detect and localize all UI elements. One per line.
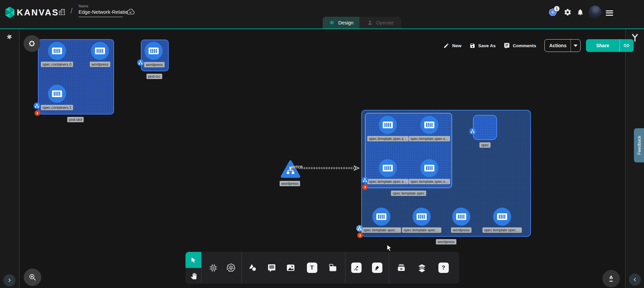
container-icon: [424, 121, 435, 129]
sitemap-icon: [35, 104, 39, 108]
node-label: spec.template.spec....: [483, 227, 522, 233]
node-label: spec.containers.0: [41, 62, 73, 67]
node-label: spec.template.spec.s...: [367, 136, 409, 141]
drawer-tool[interactable]: [393, 252, 409, 284]
node-container-template-2[interactable]: [379, 159, 397, 177]
node-label: spec.template.spec....: [402, 227, 441, 233]
brand-title: KANVAS: [17, 7, 59, 18]
cloud-saved-icon: [126, 8, 135, 16]
node-container-template-3[interactable]: [420, 159, 438, 177]
tab-operate-label: Operate: [376, 20, 393, 25]
pen-mode-button[interactable]: [602, 270, 620, 287]
node-container-deploy-3[interactable]: [493, 208, 511, 226]
error-badge[interactable]: 3: [357, 232, 363, 238]
pen-line-icon: [351, 263, 362, 273]
save-as-button[interactable]: Save As: [470, 43, 496, 49]
tab-design[interactable]: Design: [323, 17, 360, 28]
error-badge[interactable]: 3: [362, 184, 368, 190]
notifications-bell-icon[interactable]: [577, 8, 584, 16]
app-header: KANVAS / Name Edge-Network-Relatio 1: [0, 0, 644, 28]
node-label-spec: spec: [479, 142, 490, 148]
scribble-pencil-icon: [372, 263, 382, 273]
pen-line-tool[interactable]: [348, 252, 364, 284]
edge-arrowhead: [353, 165, 360, 171]
copy-link-button[interactable]: [620, 42, 634, 49]
share-split-button[interactable]: Share: [586, 39, 634, 52]
collapse-right-panel-button[interactable]: [629, 274, 641, 286]
error-badge[interactable]: 2: [35, 110, 40, 116]
organization-icon[interactable]: [58, 8, 66, 16]
container-icon: [376, 212, 387, 221]
kanvas-app: KANVAS / Name Edge-Network-Relatio 1: [0, 0, 644, 288]
new-button[interactable]: New: [443, 43, 462, 49]
flower-asterisk-icon: [28, 40, 36, 48]
user-avatar[interactable]: [589, 5, 601, 18]
actions-dropdown-toggle[interactable]: [571, 45, 580, 47]
tab-operate[interactable]: Operate: [360, 17, 401, 28]
node-container-spec-containers-1[interactable]: [48, 85, 66, 103]
image-tool[interactable]: [283, 252, 298, 284]
help-tool[interactable]: ?: [436, 252, 451, 284]
text-icon: T: [307, 263, 317, 273]
question-mark-icon: ?: [438, 263, 449, 273]
zoom-search-button[interactable]: [24, 269, 41, 286]
node-container-deploy-1[interactable]: [413, 208, 431, 226]
floating-resource-bubble[interactable]: [23, 35, 40, 52]
actions-button-label[interactable]: Actions: [545, 43, 571, 48]
kubernetes-components-tool[interactable]: [223, 252, 238, 284]
node-container-wordpress-skd[interactable]: [91, 42, 109, 60]
design-name-field[interactable]: Name Edge-Network-Relatio: [78, 4, 128, 17]
sitemap-icon: [363, 178, 367, 182]
comments-button[interactable]: Comments: [504, 43, 536, 49]
node-container-deploy-wordpress[interactable]: [452, 208, 470, 226]
network-badge[interactable]: [34, 102, 40, 109]
network-badge-spec[interactable]: [469, 128, 476, 135]
actions-split-button[interactable]: Actions: [544, 39, 581, 52]
integrations-chip-tool[interactable]: [206, 252, 221, 284]
node-container-template-0[interactable]: [379, 116, 397, 134]
node-container-wordpress-rcc[interactable]: [145, 42, 163, 60]
share-button-label[interactable]: Share: [586, 43, 620, 48]
kanvas-logo-icon[interactable]: [4, 6, 15, 18]
text-tool[interactable]: T: [304, 252, 320, 284]
node-container-deploy-0[interactable]: [372, 208, 390, 226]
network-badge[interactable]: [362, 177, 368, 184]
node-container-template-1[interactable]: [420, 116, 438, 134]
menu-hamburger-icon[interactable]: [606, 9, 613, 17]
feedback-label: Feedback: [637, 136, 642, 155]
node-container-spec-containers-0[interactable]: [48, 42, 66, 60]
toolbar-divider: [389, 252, 389, 284]
sitemap-icon: [358, 226, 362, 230]
node-service-wordpress[interactable]: [280, 160, 301, 178]
freehand-draw-tool[interactable]: [369, 252, 385, 284]
pen-nib-icon: [607, 275, 615, 283]
network-badge[interactable]: [137, 59, 144, 66]
edge-service-to-deployment[interactable]: [301, 167, 355, 169]
container-icon: [148, 47, 159, 55]
layers-tool[interactable]: [414, 252, 430, 284]
shapes-tool[interactable]: [245, 252, 260, 284]
toolbar-divider: [345, 252, 345, 284]
tab-design-label: Design: [338, 20, 353, 25]
node-spec[interactable]: [473, 115, 497, 140]
toolbar-divider: [201, 252, 202, 284]
group-label-pod-rcc: pod-rcc: [147, 74, 162, 79]
feedback-tab[interactable]: Feedback: [634, 128, 644, 162]
design-name-input[interactable]: Edge-Network-Relatio: [78, 9, 128, 15]
mode-tabs: Design Operate: [323, 17, 401, 28]
container-icon: [497, 212, 507, 221]
comment-tool[interactable]: [264, 252, 279, 284]
node-label: wordpress: [90, 62, 110, 67]
layers-icon: [417, 263, 427, 273]
settings-gear-icon[interactable]: [564, 8, 572, 16]
kubernetes-context-count-badge[interactable]: 1: [554, 6, 559, 11]
artboard-tool[interactable]: [325, 252, 340, 284]
group-spec-template-spec[interactable]: [365, 113, 452, 188]
design-spiral-icon-left[interactable]: [6, 33, 13, 41]
expand-left-panel-button[interactable]: [3, 274, 15, 286]
container-icon: [382, 121, 393, 129]
floppy-icon: [470, 43, 475, 49]
container-icon: [424, 164, 435, 172]
network-badge[interactable]: [356, 225, 363, 232]
node-label: wordpress: [144, 62, 165, 67]
